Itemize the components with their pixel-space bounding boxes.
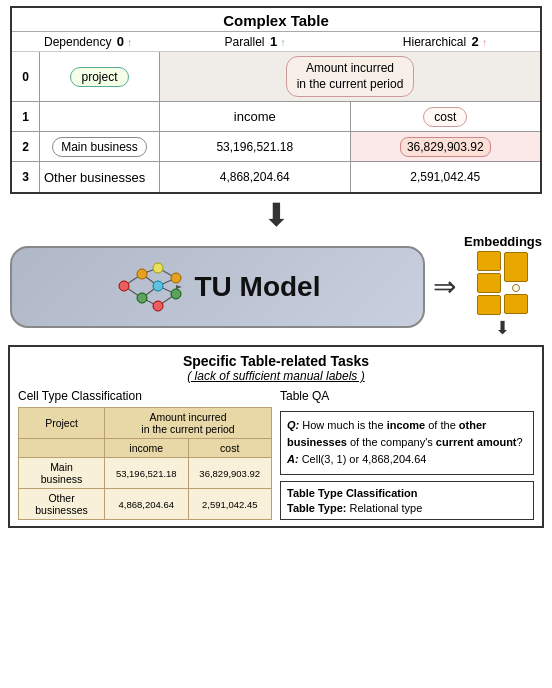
- par-arrow: ↑: [280, 37, 285, 48]
- row3-par: 4,868,204.64: [160, 162, 351, 192]
- middle-arrow-icon: ⇒: [433, 270, 456, 303]
- hier-arrow: ↑: [482, 37, 487, 48]
- embeddings-section: Embeddings ⬇: [464, 234, 542, 339]
- svg-point-16: [153, 301, 163, 311]
- table-type-box: Table Type Classification Table Type: Re…: [280, 481, 534, 520]
- table-row-1: 1 income cost: [12, 102, 540, 132]
- table-row-3: 3 Other businesses 4,868,204.64 2,591,04…: [12, 162, 540, 192]
- tu-model-label: TU Model: [194, 271, 320, 303]
- mini-row-0: Project Amount incurredin the current pe…: [19, 408, 272, 439]
- table-row-0: 0 project Amount incurredin the current …: [12, 52, 540, 102]
- row1-hier: cost: [351, 102, 541, 131]
- down-arrow-icon: ⬇: [263, 199, 290, 231]
- svg-point-18: [171, 289, 181, 299]
- row0-dep: project: [40, 52, 160, 101]
- col-index-1: 1: [270, 34, 277, 49]
- project-oval: project: [70, 67, 128, 87]
- emb-down-arrow-icon: ⬇: [495, 317, 510, 339]
- mini-table: Project Amount incurredin the current pe…: [18, 407, 272, 520]
- mini-cell-1-0: [19, 439, 105, 458]
- row1-dep: [40, 102, 160, 131]
- table-qa-section: Table QA Q: How much is the income of th…: [280, 389, 534, 520]
- cell-type-label: Cell Type Classification: [18, 389, 272, 403]
- row0-par: Amount incurredin the current period: [160, 52, 540, 101]
- qa-box: Q: How much is the income of the other b…: [280, 411, 534, 475]
- highlighted-value: 36,829,903.92: [400, 137, 491, 157]
- emb-block-tall: [504, 252, 528, 282]
- table-type-label: Table Type Classification: [287, 487, 527, 499]
- svg-point-14: [153, 263, 163, 273]
- svg-point-17: [171, 273, 181, 283]
- tu-model-box: TU Model: [10, 246, 425, 328]
- emb-block: [504, 294, 528, 314]
- mini-cell-3-0: Otherbusinesses: [19, 489, 105, 520]
- row-idx-1: 1: [12, 102, 40, 131]
- emb-col-1: [477, 251, 501, 315]
- mini-cell-0-0: Project: [19, 408, 105, 439]
- mini-cell-1-2: cost: [188, 439, 272, 458]
- emb-block: [477, 251, 501, 271]
- bottom-subtitle: ( lack of sufficient manual labels ): [18, 369, 534, 383]
- col-index-0: 0: [117, 34, 124, 49]
- par-col-header: Parallel 1 ↑: [160, 34, 350, 49]
- mini-cell-2-2: 36,829,903.92: [188, 458, 272, 489]
- svg-point-13: [137, 293, 147, 303]
- svg-marker-10: [176, 285, 182, 289]
- mini-cell-3-1: 4,868,204.64: [105, 489, 188, 520]
- main-business-oval: Main business: [52, 137, 147, 157]
- emb-small-circle: [512, 284, 520, 292]
- table-qa-label: Table QA: [280, 389, 534, 403]
- cost-oval: cost: [423, 107, 467, 127]
- dep-arrow: ↑: [127, 37, 132, 48]
- mini-cell-3-2: 2,591,042.45: [188, 489, 272, 520]
- mini-cell-1-1: income: [105, 439, 188, 458]
- hier-col-header: Hierarchical 2 ↑: [350, 34, 540, 49]
- mini-cell-0-1: Amount incurredin the current period: [105, 408, 272, 439]
- bottom-section: Specific Table-related Tasks ( lack of s…: [8, 345, 544, 528]
- middle-section: TU Model ⇒ Embeddings ⬇: [10, 234, 542, 339]
- mini-cell-2-1: 53,196,521.18: [105, 458, 188, 489]
- table-row-2: 2 Main business 53,196,521.18 36,829,903…: [12, 132, 540, 162]
- embedding-blocks: [477, 251, 528, 315]
- row2-hier: 36,829,903.92: [351, 132, 541, 161]
- col-headers-row: Dependency 0 ↑ Parallel 1 ↑ Hierarchical…: [12, 32, 540, 52]
- row1-par: income: [160, 102, 351, 131]
- dep-col-header: Dependency 0 ↑: [40, 34, 160, 49]
- emb-block: [477, 295, 501, 315]
- mini-row-2: Mainbusiness 53,196,521.18 36,829,903.92: [19, 458, 272, 489]
- row2-dep: Main business: [40, 132, 160, 161]
- emb-col-2: [504, 252, 528, 314]
- col-index-2: 2: [472, 34, 479, 49]
- complex-table-section: Complex Table Dependency 0 ↑ Parallel 1 …: [10, 6, 542, 194]
- row3-hier: 2,591,042.45: [351, 162, 541, 192]
- table-type-value: Table Type: Relational type: [287, 502, 527, 514]
- row3-dep: Other businesses: [40, 162, 160, 192]
- svg-point-11: [119, 281, 129, 291]
- row-idx-3: 3: [12, 162, 40, 192]
- row-idx-2: 2: [12, 132, 40, 161]
- bottom-grid: Cell Type Classification Project Amount …: [18, 389, 534, 520]
- network-graph-icon: [114, 258, 184, 316]
- mini-row-3: Otherbusinesses 4,868,204.64 2,591,042.4…: [19, 489, 272, 520]
- svg-point-12: [137, 269, 147, 279]
- svg-point-15: [153, 281, 163, 291]
- qa-q: Q: How much is the income of the other b…: [287, 419, 523, 448]
- mini-cell-2-0: Mainbusiness: [19, 458, 105, 489]
- embeddings-label: Embeddings: [464, 234, 542, 249]
- down-arrow-section: ⬇: [0, 196, 552, 234]
- row2-par: 53,196,521.18: [160, 132, 351, 161]
- cell-type-section: Cell Type Classification Project Amount …: [18, 389, 272, 520]
- complex-table-title: Complex Table: [12, 8, 540, 32]
- row-idx-0: 0: [12, 52, 40, 101]
- qa-a: A: Cell(3, 1) or 4,868,204.64: [287, 453, 426, 465]
- mini-row-1: income cost: [19, 439, 272, 458]
- bottom-title: Specific Table-related Tasks: [18, 353, 534, 369]
- emb-block: [477, 273, 501, 293]
